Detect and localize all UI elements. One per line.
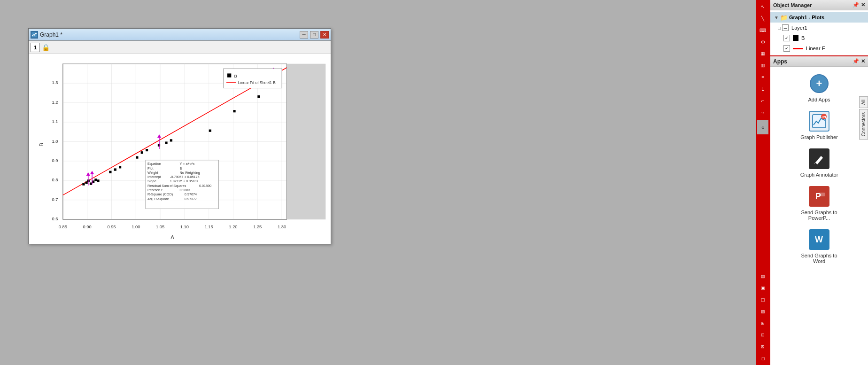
svg-rect-29: [94, 179, 97, 181]
toolbar-btn-bottom-2[interactable]: ▣: [757, 282, 768, 294]
toolbar-btn-6[interactable]: ▥: [757, 60, 768, 71]
svg-text:B: B: [39, 143, 44, 147]
svg-rect-30: [97, 179, 99, 182]
graph-publisher-button[interactable]: PUB Graph Publisher: [796, 108, 843, 142]
maximize-button[interactable]: □: [310, 31, 318, 39]
svg-text:Plot: Plot: [147, 166, 154, 171]
linear-checkbox[interactable]: ✓: [783, 45, 790, 52]
left-toolbar: ↖ ╲ ⌨ ⚙ ▦ ▥ ≡ L ⌐ ↔ « ▤ ▣ ◫ ▨ ⊞ ⊟ ⊠ ◻: [756, 0, 769, 365]
tab-all[interactable]: All: [859, 96, 868, 108]
toolbar-btn-9[interactable]: ⌐: [757, 95, 768, 106]
graph-annotator-button[interactable]: Graph Annotator: [796, 146, 843, 179]
pin-icon[interactable]: 📌: [852, 2, 859, 8]
svg-rect-34: [119, 166, 121, 168]
apps-close-icon[interactable]: ✕: [861, 58, 865, 64]
layer-expand-icon: □: [778, 25, 781, 31]
layer-checkbox[interactable]: ─: [782, 24, 789, 31]
svg-rect-72: [224, 69, 282, 88]
svg-rect-40: [170, 139, 172, 141]
toolbar-btn-8[interactable]: L: [757, 83, 768, 94]
word-icon: W: [809, 229, 829, 250]
b-checkbox[interactable]: ✓: [783, 35, 790, 41]
svg-text:0.9: 0.9: [52, 158, 58, 163]
svg-text:1.30: 1.30: [278, 225, 286, 229]
graph-annotator-icon: [808, 148, 830, 170]
lock-icon[interactable]: 🔒: [41, 43, 50, 52]
toolbar-btn-4[interactable]: ⚙: [757, 36, 768, 47]
b-label: B: [801, 35, 805, 41]
svg-text:0.97674: 0.97674: [185, 192, 197, 196]
toolbar-btn-bottom-6[interactable]: ⊟: [757, 329, 768, 341]
add-circle-icon: +: [810, 74, 829, 93]
send-to-word-icon: W: [808, 228, 830, 251]
svg-rect-105: [819, 193, 825, 196]
svg-text:1.05: 1.05: [156, 225, 164, 229]
toolbar-btn-5[interactable]: ▦: [757, 48, 768, 59]
object-manager: Object Manager 📌 ✕ ▼ 📁 Graph1 - Plots □ …: [770, 0, 868, 56]
svg-text:0.97377: 0.97377: [185, 197, 197, 201]
svg-rect-2: [287, 64, 326, 219]
apps-pin-icon[interactable]: 📌: [852, 58, 859, 64]
send-to-ppt-button[interactable]: P Send Graphs to PowerP...: [796, 183, 843, 223]
svg-text:1.15: 1.15: [205, 225, 213, 229]
svg-text:Y = a+b*x: Y = a+b*x: [180, 162, 195, 166]
svg-text:No Weighting: No Weighting: [180, 171, 200, 175]
toolbar-btn-bottom-7[interactable]: ⊠: [757, 341, 768, 352]
pub-icon: PUB: [809, 111, 829, 132]
svg-text:Adj. R-Square: Adj. R-Square: [147, 197, 169, 201]
svg-text:0.95: 0.95: [107, 225, 116, 229]
toolbar-btn-7[interactable]: ≡: [757, 71, 768, 83]
object-tree: ▼ 📁 Graph1 - Plots □ ─ Layer1 ✓ B ✓ Line…: [770, 10, 868, 55]
vertical-tabs: All Connectors: [859, 96, 868, 140]
send-to-ppt-label: Send Graphs to PowerP...: [798, 210, 841, 221]
toolbar-btn-3[interactable]: ⌨: [757, 24, 768, 36]
svg-rect-36: [141, 151, 143, 154]
apps-title: Apps: [773, 58, 787, 65]
toolbar-btn-10[interactable]: ↔: [757, 107, 768, 118]
layer-label: Layer1: [791, 25, 807, 31]
toolbar-btn-bottom-8[interactable]: ◻: [757, 353, 768, 364]
svg-text:1.2: 1.2: [52, 100, 58, 105]
tree-layer-item[interactable]: □ ─ Layer1: [770, 23, 868, 33]
send-to-word-button[interactable]: W Send Graphs to Word: [796, 226, 843, 266]
svg-text:-0.79057 ± 0.05175: -0.79057 ± 0.05175: [170, 175, 200, 179]
ppt-icon: P: [809, 186, 829, 207]
toolbar-btn-bottom-4[interactable]: ▨: [757, 306, 768, 317]
svg-text:Linear Fit of Sheet1 B: Linear Fit of Sheet1 B: [238, 81, 276, 85]
toolbar-btn-1[interactable]: ↖: [757, 1, 768, 12]
annotator-icon: [809, 148, 829, 169]
root-label: Graph1 - Plots: [789, 15, 824, 20]
tree-b-item[interactable]: ✓ B: [770, 33, 868, 43]
svg-rect-39: [165, 141, 167, 144]
toolbar-btn-2[interactable]: ╲: [757, 13, 768, 24]
object-manager-titlebar: Object Manager 📌 ✕: [770, 0, 868, 10]
svg-text:Weight: Weight: [147, 171, 158, 175]
toolbar-btn-bottom-3[interactable]: ◫: [757, 294, 768, 305]
svg-text:Pearson r: Pearson r: [147, 188, 163, 192]
tab-connectors[interactable]: Connectors: [859, 109, 868, 140]
graph-annotator-label: Graph Annotator: [800, 172, 838, 178]
expand-icon: ▼: [774, 15, 779, 20]
svg-text:0.01890: 0.01890: [199, 184, 211, 188]
svg-text:1.0: 1.0: [52, 139, 58, 144]
svg-text:PUB: PUB: [822, 115, 827, 119]
tree-linear-item[interactable]: ✓ Linear F: [770, 43, 868, 54]
minimize-button[interactable]: ─: [300, 31, 308, 39]
main-area: Graph1 * ─ □ ✕ 1 🔒: [0, 0, 868, 365]
svg-text:Intercept: Intercept: [147, 175, 161, 179]
close-button[interactable]: ✕: [320, 31, 329, 39]
close-panel-icon[interactable]: ✕: [861, 2, 865, 8]
add-apps-label: Add Apps: [808, 97, 830, 102]
svg-rect-43: [257, 95, 260, 98]
folder-icon: 📁: [780, 14, 788, 21]
svg-text:1.1: 1.1: [52, 119, 58, 124]
collapse-tab[interactable]: «: [757, 120, 768, 134]
svg-text:A: A: [170, 234, 174, 240]
tree-root-item[interactable]: ▼ 📁 Graph1 - Plots: [770, 12, 868, 23]
send-to-word-label: Send Graphs to Word: [798, 253, 841, 264]
linear-label: Linear F: [806, 46, 825, 51]
add-apps-button[interactable]: + Add Apps: [796, 70, 843, 104]
toolbar-btn-bottom-5[interactable]: ⊞: [757, 318, 768, 329]
toolbar-btn-bottom-1[interactable]: ▤: [757, 271, 768, 282]
svg-text:R-Square (COD): R-Square (COD): [147, 192, 173, 196]
